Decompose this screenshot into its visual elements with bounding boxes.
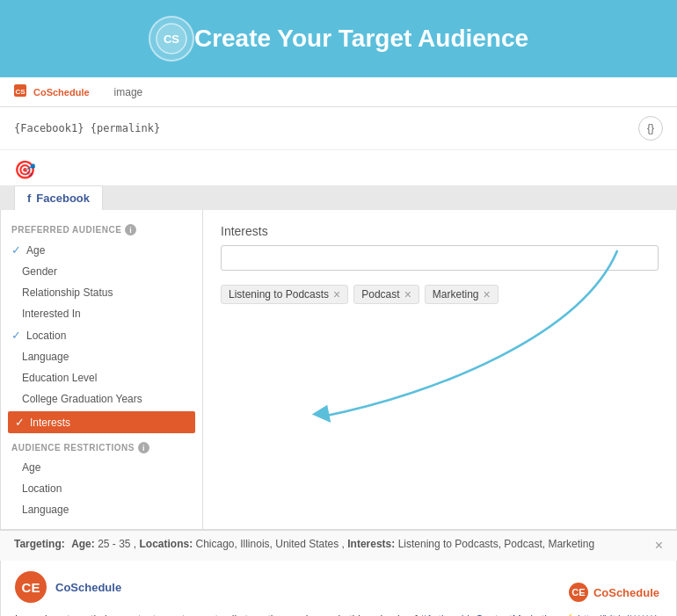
sidebar-item-restrict-language[interactable]: Language: [1, 499, 202, 520]
bottom-brand: CE CoSchedule: [569, 583, 659, 602]
targeting-close-button[interactable]: ×: [655, 538, 663, 554]
check-icon-interests: ✓: [15, 416, 25, 429]
svg-text:CS: CS: [164, 33, 179, 46]
targeting-text-area: Targeting: Age: 25 - 35 , Locations: Chi…: [14, 538, 648, 550]
facebook-tab-label: Facebook: [36, 192, 90, 205]
tag-marketing: Marketing ×: [425, 285, 499, 304]
sidebar-item-restrict-age[interactable]: Age: [1, 457, 202, 478]
targeting-age-label: Age:: [71, 538, 95, 550]
sidebar-item-language[interactable]: Language: [1, 346, 202, 367]
header-logo: CS: [149, 16, 194, 62]
coschedule-icon: CS: [14, 84, 26, 99]
preview-author-name: CoSchedule: [55, 581, 121, 594]
preferred-section-title: PREFERRED AUDIENCE i: [1, 219, 202, 239]
check-icon-age: ✓: [11, 243, 21, 257]
sidebar-item-relationship[interactable]: Relationship Status: [1, 282, 202, 303]
sidebar-item-gender[interactable]: Gender: [1, 261, 202, 282]
target-row: 🎯: [0, 150, 677, 185]
tag-marketing-text: Marketing: [433, 288, 479, 301]
tag-podcasts: Listening to Podcasts ×: [221, 285, 348, 304]
restrictions-section-title: AUDIENCE RESTRICTIONS i: [1, 437, 202, 457]
sidebar-item-interested-in[interactable]: Interested In: [1, 303, 202, 324]
targeting-label: Targeting:: [14, 538, 65, 550]
preferred-info-icon: i: [125, 224, 136, 236]
targeting-loc-label: Locations:: [140, 538, 193, 550]
variable-text: {Facebook1} {permalink}: [14, 122, 160, 134]
sidebar-item-interests[interactable]: ✓ Interests: [8, 411, 195, 433]
svg-text:CS: CS: [15, 88, 25, 96]
image-label: image: [114, 86, 143, 98]
facebook-icon: f: [27, 192, 31, 205]
preview-body-text: Learn how to optimize content, create gr…: [1, 608, 676, 616]
preview-avatar: CE: [15, 571, 47, 603]
left-sidebar: PREFERRED AUDIENCE i ✓ Age Gender Relati…: [1, 210, 203, 529]
tag-podcasts-close[interactable]: ×: [333, 288, 340, 301]
tag-marketing-close[interactable]: ×: [484, 288, 491, 301]
brand-label: CoSchedule: [593, 586, 659, 599]
targeting-text: Age: 25 - 35 , Locations: Chicago, Illin…: [71, 538, 594, 550]
tag-podcasts-text: Listening to Podcasts: [229, 288, 329, 301]
toolbar-area: CS CoSchedule image: [0, 77, 677, 107]
curly-brace-button[interactable]: {}: [638, 116, 663, 141]
tag-podcast-text: Podcast: [361, 288, 399, 301]
sidebar-item-education[interactable]: Education Level: [1, 367, 202, 388]
sidebar-item-college[interactable]: College Graduation Years: [1, 388, 202, 409]
variable-bar: {Facebook1} {permalink} {}: [0, 107, 677, 150]
targeting-interests-label: Interests:: [347, 538, 395, 550]
sidebar-item-age[interactable]: ✓ Age: [1, 239, 202, 261]
targeting-bar: Targeting: Age: 25 - 35 , Locations: Chi…: [0, 530, 677, 561]
brand-logo: CE: [569, 583, 588, 602]
interests-label: Interests: [221, 224, 659, 238]
interests-input[interactable]: [221, 245, 659, 271]
tag-podcast: Podcast ×: [353, 285, 419, 304]
header-banner: CS Create Your Target Audience: [0, 0, 677, 77]
restrictions-info-icon: i: [138, 442, 149, 453]
tags-row: Listening to Podcasts × Podcast × Market…: [221, 285, 659, 304]
facebook-tab-bar: f Facebook: [0, 185, 677, 210]
sidebar-item-restrict-location[interactable]: Location: [1, 478, 202, 499]
tag-podcast-close[interactable]: ×: [404, 288, 411, 301]
target-icon: 🎯: [14, 160, 36, 179]
page-title: Create Your Target Audience: [194, 25, 528, 53]
check-icon-location: ✓: [11, 329, 21, 342]
right-panel: Interests Listening to Podcasts × Podcas…: [203, 210, 676, 529]
panel-body: PREFERRED AUDIENCE i ✓ Age Gender Relati…: [0, 210, 677, 530]
sidebar-item-location[interactable]: ✓ Location: [1, 324, 202, 346]
coschedule-label: CoSchedule: [33, 87, 90, 98]
preview-author: CoSchedule: [55, 581, 121, 594]
facebook-tab[interactable]: f Facebook: [14, 185, 103, 210]
